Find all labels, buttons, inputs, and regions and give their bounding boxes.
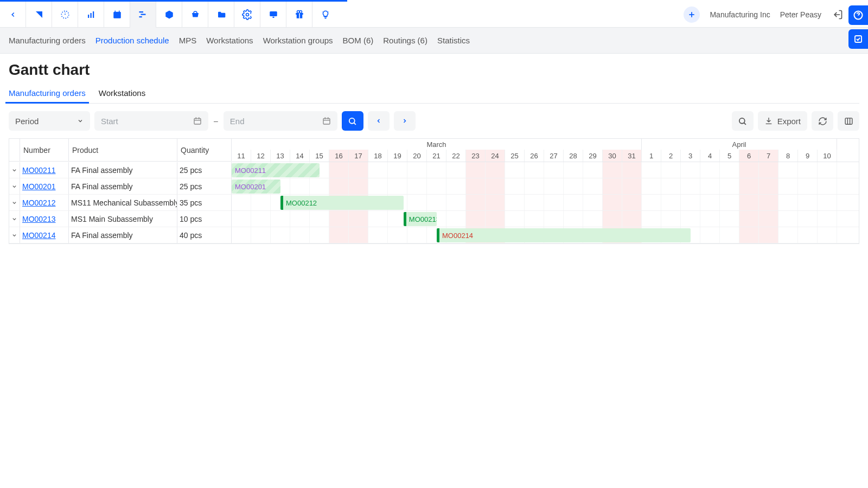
search-button[interactable]	[732, 111, 754, 131]
svg-line-35	[354, 123, 356, 125]
day-header: 6	[739, 150, 759, 162]
timeline-row: MO00212	[232, 195, 859, 211]
view-tabs: Manufacturing orders Workstations	[9, 84, 859, 104]
subnav-bom[interactable]: BOM (6)	[343, 36, 374, 45]
expand-row-button[interactable]	[9, 162, 20, 178]
tab-manufacturing-orders[interactable]: Manufacturing orders	[9, 84, 86, 103]
day-header: 4	[700, 150, 720, 162]
mo-number-link[interactable]: MO00211	[22, 166, 55, 175]
org-name[interactable]: Manufacturing Inc	[710, 10, 770, 19]
gantt-bar[interactable]: MO00214	[437, 228, 691, 242]
tab-workstations[interactable]: Workstations	[99, 84, 145, 103]
start-date-input[interactable]: Start	[94, 111, 208, 131]
day-header: 1	[642, 150, 661, 162]
timeline-row: MO00211	[232, 162, 859, 178]
download-icon	[764, 117, 773, 125]
next-button[interactable]	[394, 111, 416, 131]
calendar-small-icon	[322, 117, 331, 125]
calendar-icon[interactable]	[104, 2, 130, 28]
columns-button[interactable]	[838, 111, 859, 131]
mo-number-link[interactable]: MO00213	[22, 215, 55, 223]
back-button[interactable]	[0, 2, 26, 28]
filter-controls: Period Start – End Export	[9, 104, 859, 138]
period-select[interactable]: Period	[9, 111, 90, 131]
quantity-cell: 35 pcs	[177, 195, 232, 211]
apply-filter-button[interactable]	[342, 111, 363, 131]
day-header: 21	[427, 150, 446, 162]
svg-point-34	[349, 118, 355, 123]
expand-row-button[interactable]	[9, 211, 20, 227]
expand-row-button[interactable]	[9, 195, 20, 211]
reports-icon[interactable]	[78, 2, 104, 28]
svg-rect-14	[272, 17, 274, 18]
col-product-header: Product	[69, 139, 177, 162]
export-button[interactable]: Export	[758, 111, 807, 131]
svg-rect-9	[139, 11, 143, 12]
chevron-left-icon	[375, 118, 382, 124]
svg-line-37	[744, 123, 746, 125]
day-header: 29	[583, 150, 603, 162]
expand-row-button[interactable]	[9, 178, 20, 195]
display-icon[interactable]	[260, 2, 286, 28]
gantt-bar-label: MO00211	[235, 166, 266, 175]
gift-icon[interactable]	[286, 2, 312, 28]
ideas-icon[interactable]	[312, 2, 339, 28]
mo-number-link[interactable]: MO00212	[22, 198, 55, 207]
user-name[interactable]: Peter Peasy	[780, 10, 821, 19]
date-range-dash: –	[213, 117, 219, 125]
svg-rect-13	[270, 11, 277, 16]
gantt-bar[interactable]: MO00211	[232, 163, 320, 177]
svg-rect-38	[845, 118, 852, 124]
mo-number-cell: MO00213	[20, 211, 69, 227]
tasks-icon[interactable]	[848, 29, 868, 49]
add-button[interactable]	[684, 7, 700, 23]
subnav-mps[interactable]: MPS	[179, 36, 197, 45]
product-cell: FA Final assembly	[69, 178, 177, 195]
refresh-button[interactable]	[812, 111, 833, 131]
day-header: 30	[603, 150, 622, 162]
subnav-manufacturing-orders[interactable]: Manufacturing orders	[9, 36, 86, 45]
mo-number-link[interactable]: MO00201	[22, 182, 55, 191]
gantt-bar[interactable]: MO00212	[280, 196, 404, 210]
mo-number-cell: MO00201	[20, 178, 69, 195]
day-header: 13	[271, 150, 290, 162]
logo-icon[interactable]	[26, 2, 52, 28]
col-number-header: Number	[20, 139, 69, 162]
settings-icon[interactable]	[234, 2, 260, 28]
folder-icon[interactable]	[208, 2, 234, 28]
product-cell: FA Final assembly	[69, 162, 177, 178]
day-header: 15	[310, 150, 329, 162]
svg-point-36	[739, 118, 745, 123]
subnav-routings[interactable]: Routings (6)	[383, 36, 427, 45]
subnav-workstation-groups[interactable]: Workstation groups	[263, 36, 333, 45]
subnav-production-schedule[interactable]: Production schedule	[95, 36, 169, 45]
gantt-bar[interactable]: MO00201	[232, 179, 280, 194]
svg-rect-2	[88, 15, 89, 18]
day-header: 3	[681, 150, 700, 162]
dashboard-icon[interactable]	[52, 2, 78, 28]
day-header: 18	[368, 150, 388, 162]
svg-point-19	[299, 11, 302, 14]
expand-row-button[interactable]	[9, 227, 20, 243]
prev-button[interactable]	[368, 111, 390, 131]
gantt-bar-label: MO00213	[409, 215, 437, 223]
quantity-cell: 25 pcs	[177, 178, 232, 195]
gantt-icon[interactable]	[130, 2, 156, 28]
inventory-icon[interactable]	[156, 2, 182, 28]
end-date-input[interactable]: End	[224, 111, 337, 131]
subnav-workstations[interactable]: Workstations	[206, 36, 253, 45]
mo-number-link[interactable]: MO00214	[22, 231, 55, 240]
help-icon[interactable]	[848, 5, 868, 25]
refresh-icon	[818, 117, 827, 126]
gantt-bar-label: MO00201	[235, 183, 266, 191]
sub-navigation: Manufacturing orders Production schedule…	[0, 28, 868, 54]
shopping-icon[interactable]	[182, 2, 208, 28]
logout-icon[interactable]	[831, 8, 844, 21]
day-header: 23	[466, 150, 486, 162]
loading-progress	[0, 0, 868, 2]
day-header: 11	[232, 150, 251, 162]
day-header: 7	[759, 150, 778, 162]
subnav-statistics[interactable]: Statistics	[437, 36, 470, 45]
gantt-bar[interactable]: MO00213	[404, 212, 437, 226]
quantity-cell: 10 pcs	[177, 211, 232, 227]
